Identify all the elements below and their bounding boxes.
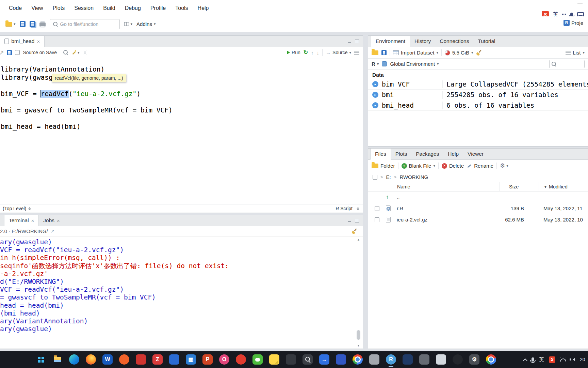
menu-item-tools[interactable]: Tools bbox=[170, 3, 193, 13]
taskbar-app-file-explorer[interactable] bbox=[52, 354, 63, 365]
tab-jobs[interactable]: Jobs × bbox=[39, 215, 64, 226]
microphone-icon[interactable] bbox=[570, 13, 573, 17]
close-icon[interactable]: × bbox=[31, 218, 34, 224]
tab-bmi-head[interactable]: bmi_head × bbox=[0, 36, 45, 47]
taskbar-app-arrow[interactable]: → bbox=[319, 354, 329, 365]
taskbar-app-github[interactable] bbox=[453, 354, 463, 365]
scroll-down-icon[interactable]: ▼ bbox=[358, 344, 359, 347]
file-checkbox[interactable] bbox=[375, 217, 379, 222]
taskbar-app-red[interactable] bbox=[136, 354, 146, 365]
rerun-icon[interactable]: ↻ bbox=[304, 50, 308, 55]
new-folder-button[interactable]: Folder bbox=[372, 163, 395, 169]
taskbar-app-browser[interactable] bbox=[486, 354, 496, 365]
environment-search-input[interactable] bbox=[558, 61, 582, 66]
breadcrumb-folder[interactable]: RWORKING bbox=[399, 174, 428, 180]
code-tools-button[interactable]: ▾ bbox=[71, 50, 80, 55]
file-checkbox[interactable] bbox=[375, 206, 379, 211]
save-workspace-icon[interactable] bbox=[381, 50, 387, 55]
go-previous-icon[interactable]: ↑ bbox=[311, 50, 314, 55]
open-file-button[interactable]: ▾ bbox=[5, 22, 16, 27]
taskbar-app-word[interactable]: W bbox=[102, 354, 113, 365]
volume-icon[interactable] bbox=[571, 358, 575, 361]
tab-connections[interactable]: Connections bbox=[435, 36, 473, 47]
list-view-button[interactable]: List ▾ bbox=[566, 50, 585, 56]
taskbar-app-light[interactable] bbox=[436, 354, 446, 365]
maximize-pane-icon[interactable] bbox=[355, 219, 359, 223]
console-scrollbar[interactable]: ▲ ▼ bbox=[356, 238, 361, 347]
memory-usage-button[interactable]: 5.5 GiB ▾ bbox=[445, 50, 473, 56]
file-row[interactable]: ieu-a-2.vcf.gz 62.6 MB May 13, 2022, 10 bbox=[368, 214, 588, 225]
minimize-pane-icon[interactable] bbox=[347, 40, 352, 43]
tab-environment[interactable]: Environment bbox=[371, 36, 410, 47]
document-type-selector[interactable]: R Script bbox=[336, 206, 359, 211]
menu-item-view[interactable]: View bbox=[27, 3, 48, 13]
scroll-up-icon[interactable]: ▲ bbox=[358, 238, 359, 241]
tab-terminal[interactable]: Terminal × bbox=[4, 215, 39, 226]
tab-files[interactable]: Files bbox=[370, 149, 391, 160]
scrollbar-thumb[interactable] bbox=[357, 330, 360, 340]
import-dataset-button[interactable]: Import Dataset ▾ bbox=[393, 50, 438, 56]
expand-object-icon[interactable]: ▶ bbox=[372, 92, 378, 98]
tab-plots[interactable]: Plots bbox=[391, 149, 411, 159]
scope-selector[interactable]: (Top Level) bbox=[3, 206, 31, 211]
menu-item-session[interactable]: Session bbox=[69, 3, 98, 13]
tray-overflow-chevron-icon[interactable] bbox=[523, 358, 527, 363]
close-icon[interactable]: × bbox=[57, 218, 60, 224]
tray-language-indicator[interactable]: 英 bbox=[539, 356, 544, 363]
taskbar-app-blue[interactable] bbox=[169, 354, 179, 365]
environment-row[interactable]: ▶ bim_VCF Large CollapsedVCF (2554285 el… bbox=[368, 79, 588, 90]
taskbar-app-gray[interactable] bbox=[369, 354, 379, 365]
go-next-icon[interactable]: ↓ bbox=[317, 50, 320, 55]
taskbar-app-navy[interactable] bbox=[403, 354, 413, 365]
column-header-size[interactable]: Size bbox=[499, 182, 539, 191]
parent-directory-label[interactable]: .. bbox=[397, 194, 499, 200]
menu-item-code[interactable]: Code bbox=[4, 3, 27, 13]
compile-report-icon[interactable] bbox=[83, 50, 87, 55]
show-in-window-icon[interactable]: ↗ bbox=[0, 49, 4, 56]
taskbar-app-rstudio[interactable]: R bbox=[386, 354, 396, 365]
environment-selector[interactable]: Global Environment ▾ bbox=[390, 61, 439, 67]
file-name[interactable]: r.R bbox=[397, 205, 499, 211]
rename-file-button[interactable]: Rename bbox=[467, 163, 493, 169]
up-directory-icon[interactable]: ↑ bbox=[386, 194, 389, 201]
taskbar-start-button[interactable] bbox=[36, 354, 46, 365]
external-link-icon[interactable]: ↗ bbox=[51, 229, 54, 234]
taskbar-app-wechat[interactable] bbox=[252, 354, 263, 365]
goto-file-input[interactable] bbox=[60, 21, 116, 27]
select-all-checkbox[interactable] bbox=[373, 175, 377, 180]
environment-row[interactable]: ▶ bmi_head 6 obs. of 16 variables bbox=[368, 100, 588, 111]
taskbar-app-chrome[interactable] bbox=[353, 354, 363, 365]
addins-button[interactable]: Addins ▾ bbox=[136, 21, 156, 27]
language-selector[interactable]: R ▾ bbox=[372, 61, 379, 67]
wifi-icon[interactable] bbox=[560, 357, 566, 362]
clear-environment-icon[interactable] bbox=[476, 50, 482, 56]
taskbar-app-blue2[interactable] bbox=[336, 354, 346, 365]
maximize-pane-icon[interactable] bbox=[355, 40, 359, 43]
environment-search[interactable] bbox=[549, 60, 585, 68]
load-workspace-icon[interactable] bbox=[372, 50, 378, 55]
close-icon[interactable]: × bbox=[37, 39, 40, 44]
expand-object-icon[interactable]: ▶ bbox=[372, 81, 378, 87]
minimize-pane-icon[interactable] bbox=[347, 219, 352, 223]
run-button[interactable]: Run bbox=[287, 50, 300, 55]
tab-viewer[interactable]: Viewer bbox=[463, 149, 488, 159]
tab-tutorial[interactable]: Tutorial bbox=[473, 36, 500, 47]
pane-layout-button[interactable]: ▾ bbox=[124, 22, 133, 26]
punctuation-icon[interactable] bbox=[562, 13, 566, 15]
source-button[interactable]: → Source ▾ bbox=[326, 50, 351, 55]
taskbar-app-firefox[interactable] bbox=[86, 354, 96, 365]
column-header-name[interactable]: Name bbox=[397, 182, 499, 191]
taskbar-app-gray2[interactable] bbox=[419, 354, 429, 365]
clear-console-icon[interactable] bbox=[352, 229, 357, 234]
environment-row[interactable]: ▶ bmi 2554285 obs. of 16 variables bbox=[368, 90, 588, 100]
taskbar-app-dark[interactable] bbox=[286, 354, 296, 365]
document-outline-icon[interactable] bbox=[354, 51, 359, 55]
expand-object-icon[interactable]: ▶ bbox=[372, 102, 378, 108]
taskbar-app-grid[interactable]: ▦ bbox=[186, 354, 196, 365]
more-options-button[interactable]: ⚙ ▾ bbox=[500, 162, 508, 169]
parent-directory-row[interactable]: ↑ .. bbox=[368, 191, 588, 203]
tab-history[interactable]: History bbox=[410, 36, 435, 47]
taskbar-app-orange[interactable] bbox=[119, 354, 129, 365]
taskbar-app-o[interactable]: O bbox=[219, 354, 229, 365]
taskbar-app-powerpoint[interactable]: P bbox=[202, 354, 213, 365]
